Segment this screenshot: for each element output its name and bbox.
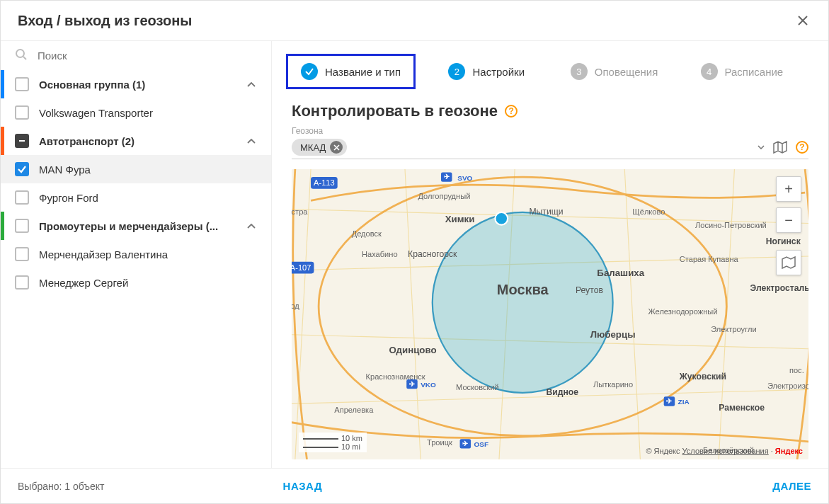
map-select-icon[interactable] xyxy=(773,141,787,154)
step-1[interactable]: Название и тип xyxy=(286,54,416,89)
chevron-up-icon[interactable] xyxy=(247,135,256,147)
step-4[interactable]: 4Расписание xyxy=(678,63,806,80)
checkbox[interactable] xyxy=(15,275,29,290)
checkbox[interactable] xyxy=(15,77,29,91)
check-icon xyxy=(301,63,318,80)
svg-text:Электросталь: Электросталь xyxy=(750,283,808,293)
tree-label: Мерчендайзер Валентина xyxy=(39,248,260,260)
svg-text:Истра: Истра xyxy=(292,207,308,216)
map[interactable]: А-113 А-107 Москва Химки Мытищи Реутов xyxy=(292,169,808,459)
step-number: 2 xyxy=(448,63,465,80)
svg-text:Видное: Видное xyxy=(546,387,578,397)
checkbox[interactable] xyxy=(15,247,29,261)
step-2[interactable]: 2Настройки xyxy=(423,63,550,80)
orange-marker xyxy=(1,127,4,155)
dialog-footer: Выбрано: 1 объект НАЗАД ДАЛЕЕ xyxy=(1,468,828,503)
dialog-title: Вход / выход из геозоны xyxy=(18,13,192,29)
svg-text:Дедовск: Дедовск xyxy=(352,229,382,238)
next-button[interactable]: ДАЛЕЕ xyxy=(772,480,811,492)
checkbox[interactable] xyxy=(15,105,29,120)
chevron-up-icon[interactable] xyxy=(247,220,256,231)
tree-item[interactable]: Менеджер Сергей xyxy=(1,268,271,297)
svg-text:Старая Купавна: Старая Купавна xyxy=(680,255,739,263)
main-panel: Название и тип2Настройки3Оповещения4Расп… xyxy=(272,41,828,468)
close-icon xyxy=(797,15,808,26)
help-icon[interactable]: ? xyxy=(505,105,518,118)
tree-label: MAN Фура xyxy=(39,164,260,176)
tree-label: Промоутеры и мерчендайзеры (... xyxy=(39,220,237,232)
svg-point-18 xyxy=(433,212,613,393)
svg-text:Лосино-Петровский: Лосино-Петровский xyxy=(695,221,767,229)
tree-group[interactable]: Основная группа (1) xyxy=(1,70,271,98)
svg-text:пос.: пос. xyxy=(789,366,804,374)
geofence-field-label: Геозона xyxy=(292,126,808,136)
tree-item[interactable]: MAN Фура xyxy=(1,155,271,183)
zoom-out-button[interactable]: − xyxy=(776,207,801,233)
map-layers-button[interactable] xyxy=(776,250,801,275)
tree-label: Фургон Ford xyxy=(39,192,260,204)
svg-text:SVO: SVO xyxy=(457,174,472,182)
checkbox[interactable] xyxy=(15,190,29,205)
svg-text:Балашиха: Балашиха xyxy=(597,268,644,278)
step-label: Расписание xyxy=(725,66,784,78)
checkbox[interactable] xyxy=(15,162,29,176)
search-input[interactable] xyxy=(38,50,260,62)
dropdown-icon[interactable] xyxy=(757,145,765,149)
dialog: Вход / выход из геозоны Основная группа … xyxy=(0,0,829,504)
green-marker xyxy=(1,212,4,240)
map-attribution: © Яндекс Условия использования · Яндекс xyxy=(646,447,803,455)
svg-text:Долгопрудный: Долгопрудный xyxy=(418,192,470,200)
svg-text:Люберцы: Люберцы xyxy=(590,329,636,340)
selection-status: Выбрано: 1 объект xyxy=(18,481,105,492)
svg-text:Мытищи: Мытищи xyxy=(529,207,563,217)
stepper: Название и тип2Настройки3Оповещения4Расп… xyxy=(272,41,828,102)
svg-text:енигород: енигород xyxy=(292,302,299,310)
step-label: Настройки xyxy=(472,66,525,78)
svg-text:Жуковский: Жуковский xyxy=(679,372,726,382)
tree-label: Volkswagen Transporter xyxy=(39,107,260,119)
chevron-up-icon[interactable] xyxy=(247,79,256,90)
content-area: Контролировать в геозоне ? Геозона МКАД xyxy=(272,102,828,468)
back-button[interactable]: НАЗАД xyxy=(283,480,323,492)
svg-text:Электроизолятор: Электроизолятор xyxy=(767,382,808,390)
svg-text:Электроугли: Электроугли xyxy=(711,325,756,333)
tree-label: Автотранспорт (2) xyxy=(39,135,237,147)
checkbox[interactable] xyxy=(15,134,29,148)
step-label: Оповещения xyxy=(595,66,658,78)
svg-text:Красногорск: Красногорск xyxy=(408,249,457,259)
section-heading-text: Контролировать в геозоне xyxy=(292,102,498,120)
svg-text:ZIA: ZIA xyxy=(678,398,690,406)
tree-item[interactable]: Мерчендайзер Валентина xyxy=(1,240,271,268)
field-help-icon[interactable]: ? xyxy=(796,141,808,154)
search-icon xyxy=(15,48,28,63)
step-number: 3 xyxy=(571,63,588,80)
map-terms-link[interactable]: Условия использования xyxy=(682,447,769,455)
svg-text:Московский: Московский xyxy=(456,383,499,391)
svg-text:Железнодорожный: Железнодорожный xyxy=(648,307,718,316)
step-3[interactable]: 3Оповещения xyxy=(550,63,678,80)
zoom-in-button[interactable]: + xyxy=(776,176,801,202)
svg-text:Одинцово: Одинцово xyxy=(389,345,437,355)
dialog-header: Вход / выход из геозоны xyxy=(1,1,828,41)
svg-rect-2 xyxy=(19,140,25,142)
map-scale: 10 km 10 mi xyxy=(299,433,367,452)
svg-text:А-113: А-113 xyxy=(314,178,335,187)
tree-item[interactable]: Фургон Ford xyxy=(1,183,271,212)
geofence-input[interactable]: МКАД ? xyxy=(292,136,808,159)
tree-group[interactable]: Промоутеры и мерчендайзеры (... xyxy=(1,212,271,240)
checkbox[interactable] xyxy=(15,219,29,233)
sidebar: Основная группа (1)Volkswagen Transporte… xyxy=(1,41,272,468)
svg-point-19 xyxy=(495,212,508,225)
dialog-body: Основная группа (1)Volkswagen Transporte… xyxy=(1,41,828,468)
tree-item[interactable]: Volkswagen Transporter xyxy=(1,98,271,127)
svg-text:Троицк: Троицк xyxy=(427,438,452,447)
svg-text:Москва: Москва xyxy=(497,282,549,297)
svg-text:✈: ✈ xyxy=(666,397,673,405)
search-row xyxy=(1,41,271,70)
tree-group[interactable]: Автотранспорт (2) xyxy=(1,127,271,155)
chip-remove-icon[interactable] xyxy=(330,141,343,154)
blue-marker xyxy=(1,70,4,98)
close-button[interactable] xyxy=(794,12,811,29)
svg-text:OSF: OSF xyxy=(474,440,489,448)
svg-text:✈: ✈ xyxy=(462,440,469,447)
